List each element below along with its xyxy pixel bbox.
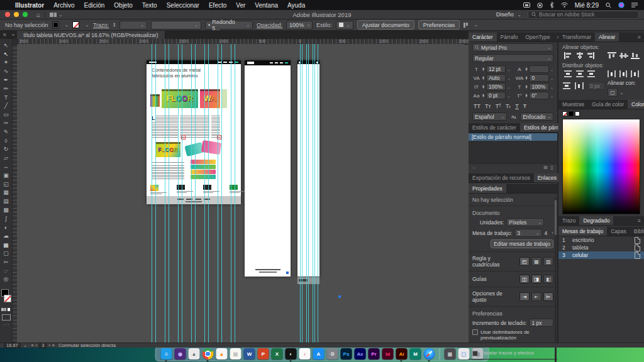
- arrange-documents-icon[interactable]: [50, 13, 57, 17]
- stroke-color-swatch[interactable]: [72, 21, 79, 28]
- tool-zoom[interactable]: ◎: [1, 275, 11, 284]
- artboard-page-icon[interactable]: [635, 244, 640, 251]
- close-tab-icon[interactable]: ✕: [0, 31, 9, 39]
- tool-shaper[interactable]: ✎: [1, 128, 11, 136]
- dock-powerpoint-icon[interactable]: P: [258, 348, 269, 359]
- panel-menu-icon[interactable]: ≡: [635, 33, 644, 41]
- menu-ventana[interactable]: Ventana: [255, 2, 278, 9]
- artboard-row-celular[interactable]: 3celular: [558, 251, 644, 259]
- lock-guides-icon[interactable]: ◨: [531, 275, 541, 283]
- next-artboard-button[interactable]: ›: [48, 343, 50, 348]
- dock-safari-icon[interactable]: [424, 348, 435, 359]
- opacity-field[interactable]: 100%›: [286, 21, 313, 30]
- guide[interactable]: [231, 44, 231, 343]
- tool-eraser[interactable]: ◊: [1, 136, 11, 145]
- dock-excel-icon[interactable]: X: [272, 348, 283, 359]
- guide[interactable]: [218, 44, 218, 343]
- stroke-weight-stepper[interactable]: ▲▼: [113, 23, 116, 27]
- siri-icon[interactable]: [618, 2, 625, 8]
- tool-lasso[interactable]: ∿: [1, 67, 11, 75]
- tool-shape-builder[interactable]: ◱: [1, 180, 11, 189]
- stroke-weight-field[interactable]: ⌄: [119, 21, 147, 30]
- tool-paintbrush[interactable]: ✑: [1, 119, 11, 128]
- display-icon[interactable]: [523, 3, 530, 8]
- artboard-tableta[interactable]: [245, 60, 291, 277]
- tab-alinear[interactable]: Alinear: [595, 33, 619, 41]
- menu-archivo[interactable]: Archivo: [53, 2, 74, 9]
- menu-ver[interactable]: Ver: [236, 2, 245, 9]
- tab-color[interactable]: Color: [628, 100, 644, 109]
- guide[interactable]: [155, 44, 156, 343]
- minimize-window-button[interactable]: [14, 12, 19, 17]
- tool-symbol-sprayer[interactable]: ☁: [1, 232, 11, 241]
- tab-trazo[interactable]: Trazo: [558, 216, 579, 225]
- tool-hand[interactable]: ☞: [1, 266, 11, 275]
- dock-indesign-icon[interactable]: Id: [382, 348, 394, 359]
- stroke-swatch[interactable]: [4, 295, 11, 302]
- make-guides-icon[interactable]: ◧: [543, 275, 553, 283]
- font-family-field[interactable]: Myriad Pro⌄: [472, 43, 553, 52]
- guide[interactable]: [191, 44, 192, 343]
- tab-degradado[interactable]: Degradado: [579, 216, 613, 225]
- dock-m-app-icon[interactable]: M: [410, 348, 421, 359]
- guide[interactable]: [235, 44, 235, 343]
- distribute-space-horizontal-icon[interactable]: [575, 82, 584, 89]
- menu-objeto[interactable]: Objeto: [114, 2, 132, 9]
- font-style-field[interactable]: Regular⌄: [472, 54, 553, 62]
- guide[interactable]: [204, 44, 205, 343]
- tool-scale[interactable]: ▱: [1, 153, 11, 162]
- menu-ayuda[interactable]: Ayuda: [287, 2, 305, 9]
- white-swatch[interactable]: [575, 111, 580, 116]
- opacity-label[interactable]: Opacidad:: [257, 22, 282, 28]
- fill-stroke-indicator[interactable]: [1, 289, 11, 304]
- dock-system-preferences-icon[interactable]: ⚙: [327, 348, 338, 359]
- dock-after-effects-icon[interactable]: Ae: [355, 348, 366, 359]
- language-dropdown[interactable]: Español⌄: [472, 112, 507, 121]
- spotlight-search-icon[interactable]: [606, 3, 611, 8]
- ruler-origin-corner[interactable]: [12, 39, 18, 45]
- distribute-bottom-icon[interactable]: [587, 70, 595, 77]
- brush-definition-dropdown[interactable]: • Redondo 5...⌄: [205, 21, 253, 30]
- dock-sphere-app-icon[interactable]: ◐: [286, 348, 297, 359]
- dock-word-icon[interactable]: W: [244, 348, 255, 359]
- color-spectrum[interactable]: [562, 119, 640, 214]
- case-button-4[interactable]: T: [515, 103, 519, 109]
- dock-premiere-icon[interactable]: Pr: [369, 348, 380, 359]
- guide[interactable]: [169, 44, 169, 343]
- tool-width[interactable]: ↔: [1, 162, 11, 171]
- zoom-window-button[interactable]: [23, 12, 28, 17]
- tool-blend[interactable]: ◐: [1, 223, 11, 232]
- character-rotation-field[interactable]: T°▲▼0°⌄: [516, 92, 554, 99]
- tool-rectangle[interactable]: ▭: [1, 110, 11, 119]
- graphic-style-dropdown[interactable]: ⌄: [336, 21, 353, 30]
- adobe-stock-search-input[interactable]: Buscar en Adobe Stock: [528, 11, 639, 19]
- menu-illustrator[interactable]: Illustrator: [15, 2, 44, 9]
- stroke-weight-label[interactable]: Trazo:: [93, 22, 109, 28]
- document-tab[interactable]: título tableta NUEVOS.ai* al 16.67% (RGB…: [17, 31, 165, 39]
- guide[interactable]: [300, 44, 301, 343]
- artboard-row-tableta[interactable]: 2tableta: [558, 244, 644, 251]
- guide[interactable]: [165, 44, 165, 343]
- guide[interactable]: [195, 44, 196, 343]
- guide[interactable]: [313, 44, 313, 343]
- tab-párrafo[interactable]: Párrafo: [497, 33, 522, 41]
- tracking-field[interactable]: WA▲▼0⌄: [516, 74, 554, 82]
- artboard-escritorio[interactable]: Contenedores de metal fabricados en alum…: [147, 60, 241, 204]
- notification-center-icon[interactable]: [631, 3, 638, 8]
- align-center-horizontal-icon[interactable]: [575, 52, 584, 59]
- canvas[interactable]: Contenedores de metal fabricados en alum…: [17, 44, 464, 343]
- menu-seleccionar[interactable]: Seleccionar: [167, 2, 199, 9]
- align-right-icon[interactable]: [587, 52, 595, 59]
- tool-line-segment[interactable]: ╱: [1, 102, 11, 111]
- draw-mode-button[interactable]: [2, 314, 11, 321]
- vertical-scale-field[interactable]: T▲▼100%⌄: [516, 83, 554, 90]
- distribute-right-icon[interactable]: [631, 70, 639, 77]
- align-center-vertical-icon[interactable]: [619, 52, 628, 59]
- leading-field[interactable]: A▲▼⌄: [516, 65, 554, 73]
- tool-artboard[interactable]: ▢: [1, 249, 11, 258]
- distribute-spacing-field[interactable]: 0 px: [587, 82, 605, 90]
- dock-preview-window-icon[interactable]: ▢: [458, 348, 470, 359]
- camera-icon[interactable]: [537, 3, 543, 8]
- tool-free-transform[interactable]: ▣: [1, 171, 11, 180]
- case-button-0[interactable]: TT: [474, 103, 480, 109]
